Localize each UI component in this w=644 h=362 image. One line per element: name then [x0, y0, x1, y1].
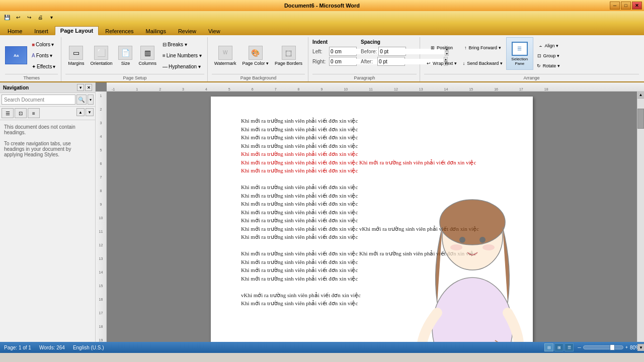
nav-tab-headings[interactable]: ☰: [2, 108, 14, 118]
vertical-scrollbar[interactable]: ▲ ▼: [637, 92, 644, 342]
main-area: Navigation ▾ ✕ 🔍 ▾ ☰ ⊡ ≡ ▲ ▼ This docume…: [0, 82, 644, 342]
zoom-out-button[interactable]: ─: [578, 345, 581, 350]
spacing-label: Spacing: [361, 39, 406, 45]
tab-mailings[interactable]: Mailings: [140, 27, 172, 35]
themes-group: Aa ■ Colors ▾ A Fonts ▾ ✦ Effects: [2, 37, 61, 81]
doc-line: vKhi mới ra trường sinh viên phải viết đ…: [241, 291, 503, 300]
watermark-button[interactable]: W Watermark: [212, 41, 239, 71]
doc-line: Khi mới ra trường sinh viên phải viết đơ…: [241, 225, 503, 233]
indent-label: Indent: [312, 39, 357, 45]
position-button[interactable]: ⊞ Position: [424, 40, 459, 55]
close-button[interactable]: ✕: [632, 2, 642, 10]
selection-pane-button[interactable]: ☰ Selection Pane: [506, 37, 533, 70]
word-count: Words: 264: [39, 345, 65, 350]
nav-search-input[interactable]: [2, 95, 75, 105]
wrap-text-button[interactable]: ↩ Wrap Text ▾: [424, 56, 459, 71]
paragraph-group: Indent Left: ▲ ▼ Right:: [309, 37, 420, 81]
selection-pane-icon: ☰: [512, 42, 528, 56]
position-icon: ⊞: [431, 45, 435, 50]
align-button[interactable]: ⫠Align ▾: [534, 41, 562, 50]
columns-icon: ▥: [140, 46, 154, 60]
tab-references[interactable]: References: [100, 27, 139, 35]
nav-pane-collapse[interactable]: ▾: [77, 84, 84, 91]
nav-pane-close[interactable]: ✕: [85, 84, 92, 91]
fonts-button[interactable]: A Fonts ▾: [29, 50, 58, 60]
doc-line: Khi mới ra trường sinh viên phải viết đơ…: [241, 208, 503, 217]
tab-insert[interactable]: Insert: [29, 27, 54, 35]
scroll-up-button[interactable]: ▲: [637, 92, 644, 99]
document-scroll[interactable]: Khi mới ra trường sinh viên phải viết đơ…: [107, 92, 637, 342]
after-label: After:: [361, 59, 376, 64]
send-backward-button[interactable]: ↓ Send Backward ▾: [460, 56, 505, 71]
line-numbers-button[interactable]: ≡Line Numbers ▾: [160, 51, 204, 61]
watermark-icon: W: [218, 46, 232, 60]
status-right: ⊟ ⊞ ☰ ─ + 80%: [544, 343, 640, 351]
paragraph-label: Paragraph: [312, 74, 417, 80]
zoom-in-button[interactable]: +: [625, 345, 628, 350]
svg-line-10: [495, 340, 525, 342]
qa-dropdown[interactable]: ▾: [46, 13, 56, 22]
doc-line: Khi mới ra trường sinh viên phải viết đơ…: [241, 125, 503, 134]
wrap-icon: ↩: [427, 61, 431, 66]
status-bar: Page: 1 of 1 Words: 264 English (U.S.) ⊟…: [0, 342, 644, 353]
effects-button[interactable]: ✦ Effects ▾: [29, 61, 58, 71]
margins-button[interactable]: ▭ Margins: [65, 41, 87, 71]
search-button[interactable]: 🔍: [76, 95, 87, 105]
themes-label: Themes: [5, 74, 58, 80]
nav-tab-results[interactable]: ≡: [28, 108, 40, 118]
columns-button[interactable]: ▥ Columns: [136, 41, 159, 71]
zoom-slider[interactable]: [583, 345, 623, 349]
zoom-thumb[interactable]: [610, 344, 615, 350]
doc-line: [241, 241, 503, 250]
nav-scroll-down[interactable]: ▼: [86, 108, 94, 116]
size-icon: 📄: [118, 46, 132, 60]
maximize-button[interactable]: □: [621, 2, 631, 10]
document-page: Khi mới ra trường sinh viên phải viết đơ…: [211, 97, 533, 342]
tab-home[interactable]: Home: [2, 27, 28, 35]
colors-button[interactable]: ■ Colors ▾: [29, 39, 58, 49]
full-reading-button[interactable]: ⊞: [554, 343, 564, 351]
scroll-thumb[interactable]: [637, 109, 644, 129]
nav-pane-search-area: 🔍 ▾: [0, 93, 95, 107]
nav-hint: To create navigation tabs, use headings …: [4, 141, 91, 157]
orientation-button[interactable]: ⬜ Orientation: [88, 41, 115, 71]
nav-pane-header: Navigation ▾ ✕: [0, 82, 95, 93]
tab-view[interactable]: View: [203, 27, 226, 35]
nav-scroll-up[interactable]: ▲: [76, 108, 85, 116]
page-color-button[interactable]: 🎨 Page Color ▾: [240, 41, 272, 71]
tab-review[interactable]: Review: [173, 27, 202, 35]
nav-content: This document does not contain headings.…: [0, 120, 95, 342]
doc-line: Khi mới ra trường sinh viên phải viết đơ…: [241, 299, 503, 308]
bring-forward-icon: ↑: [464, 45, 467, 50]
save-button[interactable]: 💾: [2, 13, 12, 22]
doc-line: Khi mới ra trường sinh viên phải viết đơ…: [241, 200, 503, 208]
print-button[interactable]: 🖨: [35, 13, 45, 22]
nav-no-headings: This document does not contain headings.: [4, 124, 91, 135]
size-button[interactable]: 📄 Size: [116, 41, 135, 71]
doc-line: Khi mới ra trường sinh viên phải viết đơ…: [241, 142, 503, 150]
hyphenation-button[interactable]: —Hyphenation ▾: [160, 62, 204, 72]
title-bar: Document6 - Microsoft Word ─ □ ✕: [0, 0, 644, 11]
themes-icon: Aa: [5, 46, 27, 64]
breaks-button[interactable]: ⊟Breaks ▾: [160, 40, 204, 50]
nav-tab-pages[interactable]: ⊡: [15, 108, 27, 118]
minimize-button[interactable]: ─: [610, 2, 620, 10]
print-layout-button[interactable]: ⊟: [544, 343, 553, 351]
undo-button[interactable]: ↩: [13, 13, 23, 22]
search-options[interactable]: ▾: [88, 95, 94, 105]
redo-button[interactable]: ↪: [24, 13, 34, 22]
group-button[interactable]: ⊡Group ▾: [534, 51, 562, 60]
page-borders-icon: ⬚: [282, 46, 296, 60]
page-borders-button[interactable]: ⬚ Page Borders: [272, 41, 305, 71]
web-layout-button[interactable]: ☰: [565, 343, 574, 351]
doc-line: Khi mới ra trường sinh viên phải viết đơ…: [241, 183, 503, 192]
left-label: Left:: [312, 49, 328, 54]
bring-forward-button[interactable]: ↑ Bring Forward ▾: [460, 40, 505, 55]
page-background-label: Page Background: [212, 74, 305, 80]
doc-line: Khi mới ra trường sinh viên phải viết đơ…: [241, 150, 503, 158]
margins-icon: ▭: [69, 46, 83, 60]
ruler-marks: -11234 56789 1011121314 15161718: [107, 82, 644, 91]
tab-page-layout[interactable]: Page Layout: [55, 26, 99, 35]
rotate-button[interactable]: ↻Rotate ▾: [534, 61, 562, 70]
doc-line: Khi mới ra trường sinh viên phải viết đơ…: [241, 249, 503, 258]
